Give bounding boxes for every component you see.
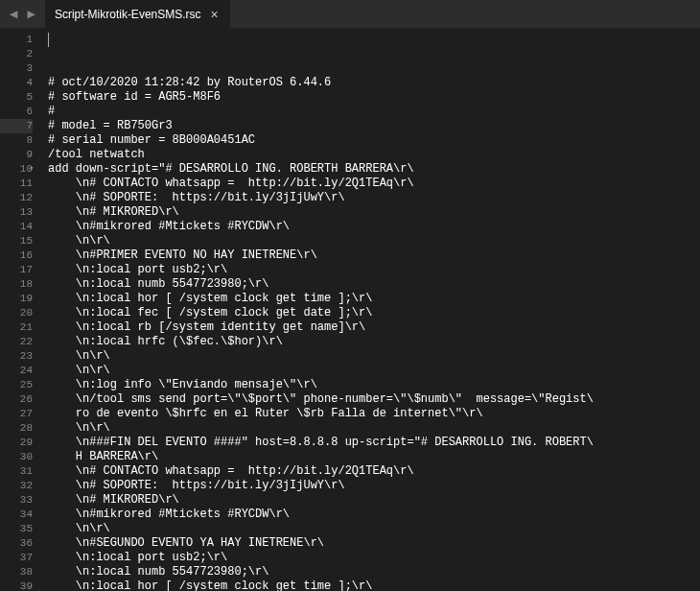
code-line[interactable]: \n#SEGUNDO EVENTO YA HAY INETRENE\r\ xyxy=(48,536,700,551)
code-line[interactable]: add down-script="# DESARROLLO ING. ROBER… xyxy=(48,162,700,177)
code-line[interactable]: \n:local numb 5547723980;\r\ xyxy=(48,277,700,292)
close-icon[interactable]: × xyxy=(209,7,221,22)
line-number[interactable]: 24 xyxy=(0,364,33,378)
line-number[interactable]: 15 xyxy=(0,234,33,248)
line-number[interactable]: 13 xyxy=(0,205,33,220)
code-line[interactable]: \n:local port usb2;\r\ xyxy=(48,551,700,565)
line-number[interactable]: 20 xyxy=(0,306,33,320)
code-line[interactable]: # xyxy=(48,105,700,119)
code-line[interactable]: # model = RB750Gr3 xyxy=(48,119,700,133)
line-number[interactable]: 16 xyxy=(0,248,33,263)
line-number[interactable]: 25 xyxy=(0,378,33,392)
code-line[interactable]: \n\r\ xyxy=(48,234,700,248)
line-number[interactable]: 27 xyxy=(0,407,33,421)
line-number[interactable]: 36 xyxy=(0,536,33,551)
line-number[interactable]: 29 xyxy=(0,436,33,450)
line-number[interactable]: 34 xyxy=(0,508,33,522)
line-number[interactable]: 10 xyxy=(0,162,33,177)
line-number[interactable]: 12 xyxy=(0,191,33,205)
code-line[interactable]: H BARRERA\r\ xyxy=(48,450,700,464)
nav-forward-icon[interactable]: ▶ xyxy=(23,4,38,24)
code-line[interactable]: \n# CONTACTO whatsapp = http://bit.ly/2Q… xyxy=(48,177,700,191)
code-line[interactable]: \n:local port usb2;\r\ xyxy=(48,263,700,277)
nav-arrows: ◀ ▶ xyxy=(0,4,45,24)
code-line[interactable]: \n:local hor [ /system clock get time ];… xyxy=(48,292,700,306)
code-line[interactable]: # software id = AGR5-M8F6 xyxy=(48,90,700,105)
line-number[interactable]: 3 xyxy=(0,61,33,76)
code-line[interactable]: \n# CONTACTO whatsapp = http://bit.ly/2Q… xyxy=(48,464,700,479)
line-number[interactable]: 8 xyxy=(0,133,33,148)
line-number[interactable]: 32 xyxy=(0,479,33,493)
code-line[interactable]: ro de evento \$hrfc en el Ruter \$rb Fal… xyxy=(48,407,700,421)
line-number[interactable]: 17 xyxy=(0,263,33,277)
code-line[interactable]: \n:log info \"Enviando mensaje\"\r\ xyxy=(48,378,700,392)
tab-active[interactable]: Script-Mikrotik-EvenSMS.rsc × xyxy=(45,0,230,29)
code-line[interactable]: \n#PRIMER EVENTO NO HAY INETRENE\r\ xyxy=(48,248,700,263)
code-line[interactable]: \n:local hrfc (\$fec.\$hor)\r\ xyxy=(48,335,700,349)
line-number[interactable]: 23 xyxy=(0,349,33,364)
editor: 1234567891011121314151617181920212223242… xyxy=(0,29,700,591)
code-line[interactable]: \n# SOPORTE: https://bit.ly/3jIjUwY\r\ xyxy=(48,191,700,205)
line-number[interactable]: 2 xyxy=(0,47,33,61)
code-line[interactable]: # serial number = 8B000A0451AC xyxy=(48,133,700,148)
code-line[interactable]: /tool netwatch xyxy=(48,148,700,162)
line-number[interactable]: 22 xyxy=(0,335,33,349)
line-number[interactable]: 9 xyxy=(0,148,33,162)
code-line[interactable]: \n\r\ xyxy=(48,349,700,364)
line-number[interactable]: 26 xyxy=(0,392,33,407)
line-number[interactable]: 1 xyxy=(0,33,33,47)
line-number[interactable]: 11 xyxy=(0,177,33,191)
code-line[interactable]: \n/tool sms send port=\"\$port\" phone-n… xyxy=(48,392,700,407)
line-number[interactable]: 6 xyxy=(0,105,33,119)
tab-label: Script-Mikrotik-EvenSMS.rsc xyxy=(55,8,201,21)
line-number[interactable]: 21 xyxy=(0,320,33,335)
code-line[interactable]: \n# MIKRORED\r\ xyxy=(48,205,700,220)
line-number[interactable]: 30 xyxy=(0,450,33,464)
code-line[interactable]: \n# SOPORTE: https://bit.ly/3jIjUwY\r\ xyxy=(48,479,700,493)
titlebar: ◀ ▶ Script-Mikrotik-EvenSMS.rsc × xyxy=(0,0,700,29)
code-line[interactable]: \n:local rb [/system identity get name]\… xyxy=(48,320,700,335)
code-line[interactable]: \n#mikrored #Mtickets #RYCDW\r\ xyxy=(48,220,700,234)
line-number[interactable]: 38 xyxy=(0,565,33,579)
text-cursor xyxy=(48,33,49,47)
line-number[interactable]: 39 xyxy=(0,579,33,591)
line-gutter: 1234567891011121314151617181920212223242… xyxy=(0,29,40,591)
line-number[interactable]: 33 xyxy=(0,493,33,508)
code-line[interactable]: \n:local hor [ /system clock get time ];… xyxy=(48,579,700,591)
code-line[interactable]: \n\r\ xyxy=(48,522,700,536)
line-number[interactable]: 19 xyxy=(0,292,33,306)
line-number[interactable]: 31 xyxy=(0,464,33,479)
line-number[interactable]: 4 xyxy=(0,76,33,90)
line-number[interactable]: 14 xyxy=(0,220,33,234)
line-number[interactable]: 37 xyxy=(0,551,33,565)
code-area[interactable]: # oct/10/2020 11:28:42 by RouterOS 6.44.… xyxy=(40,29,700,591)
code-line[interactable]: \n#mikrored #Mtickets #RYCDW\r\ xyxy=(48,508,700,522)
code-line[interactable]: \n###FIN DEL EVENTO ####" host=8.8.8.8 u… xyxy=(48,436,700,450)
code-line[interactable]: \n:local numb 5547723980;\r\ xyxy=(48,565,700,579)
code-line[interactable]: \n# MIKRORED\r\ xyxy=(48,493,700,508)
code-line[interactable]: \n:local fec [ /system clock get date ];… xyxy=(48,306,700,320)
code-line[interactable]: \n\r\ xyxy=(48,421,700,436)
line-number[interactable]: 35 xyxy=(0,522,33,536)
line-number[interactable]: 28 xyxy=(0,421,33,436)
code-line[interactable]: # oct/10/2020 11:28:42 by RouterOS 6.44.… xyxy=(48,76,700,90)
line-number[interactable]: 5 xyxy=(0,90,33,105)
line-number[interactable]: 7 xyxy=(0,119,33,133)
line-number[interactable]: 18 xyxy=(0,277,33,292)
nav-back-icon[interactable]: ◀ xyxy=(6,4,21,24)
code-line[interactable]: \n\r\ xyxy=(48,364,700,378)
